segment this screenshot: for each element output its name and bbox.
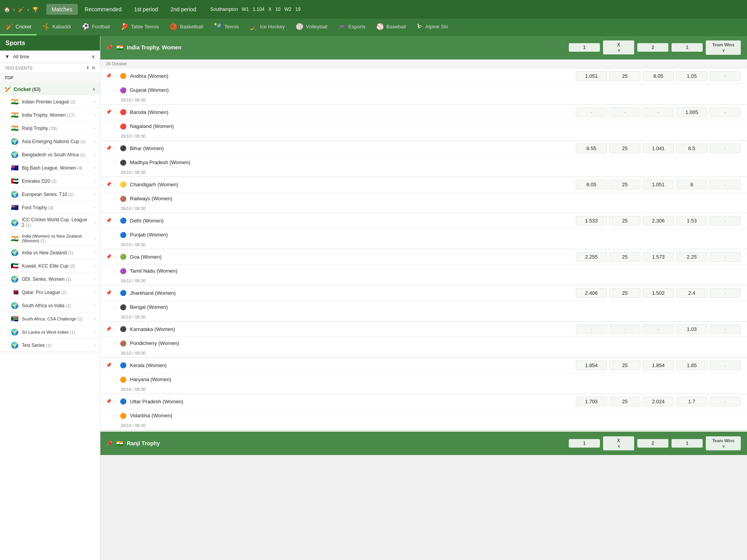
pin-jharkhand[interactable]: 📌 <box>106 290 113 296</box>
star-karnataka[interactable]: ☆ <box>113 326 120 332</box>
sidebar-filter[interactable]: ▼ All time ∨ <box>0 51 100 63</box>
sidebar-item-india-nz[interactable]: 🌍 India vs New Zealand (1) › <box>0 246 100 259</box>
cricket-section-header[interactable]: 🏏 Cricket (63) ∧ <box>0 83 100 95</box>
star-baroda[interactable]: ☆ <box>113 109 120 115</box>
jharkhand-odds-4[interactable]: 2.4 <box>676 288 707 298</box>
pin-andhra[interactable]: 📌 <box>106 73 113 79</box>
star-gujarat[interactable]: ☆ <box>113 88 120 93</box>
sport-tab-tennis[interactable]: 🎾 Tennis <box>209 19 244 35</box>
star-andhra[interactable]: ☆ <box>113 73 120 79</box>
up-odds-3[interactable]: 2.024 <box>643 397 674 406</box>
tab-2nd-period[interactable]: 2nd period <box>165 4 202 15</box>
jharkhand-odds-5[interactable]: - <box>710 288 741 298</box>
trophy-icon[interactable]: 🏆 <box>32 7 39 12</box>
pin-bihar[interactable]: 📌 <box>106 145 113 151</box>
star-railways[interactable]: ☆ <box>113 196 120 201</box>
baroda-odds-5[interactable]: - <box>710 107 741 117</box>
chandigarh-odds-5[interactable]: - <box>710 180 741 189</box>
baroda-odds-3[interactable]: - <box>643 107 674 117</box>
goa-odds-3[interactable]: 1.573 <box>643 252 674 262</box>
sport-tab-table-tennis[interactable]: 🏓 Table Tennis <box>115 19 164 35</box>
pin-goa[interactable]: 📌 <box>106 254 113 259</box>
sport-tab-volleyball[interactable]: 🏐 Volleyball <box>290 19 333 35</box>
sidebar-item-india-women-nz[interactable]: 🇮🇳 India (Women) vs New Zealand (Women) … <box>0 231 100 246</box>
star-tn[interactable]: ☆ <box>113 268 120 274</box>
pin-chandigarh[interactable]: 📌 <box>106 182 113 187</box>
kerala-odds-3[interactable]: 1.854 <box>643 360 674 370</box>
sidebar-item-icc-world-cup[interactable]: 🌍 ICC Cricket World Cup. League 2 (1) › <box>0 214 100 231</box>
sidebar-item-ipl[interactable]: 🇮🇳 Indian Premier League (2) › <box>0 95 100 108</box>
karnataka-odds-3[interactable]: - <box>643 324 674 334</box>
star-bihar[interactable]: ☆ <box>113 145 120 151</box>
star-jharkhand[interactable]: ☆ <box>113 290 120 296</box>
delhi-odds-3[interactable]: 2.306 <box>643 216 674 226</box>
star-bengal[interactable]: ☆ <box>113 304 120 310</box>
kerala-odds-5[interactable]: - <box>710 360 741 370</box>
pin-delhi[interactable]: 📌 <box>106 218 113 223</box>
bihar-odds-4[interactable]: 8.5 <box>676 144 707 153</box>
sidebar-item-asia-emerging[interactable]: 🌍 Asia Emerging Nations Cup (1) › <box>0 135 100 148</box>
jharkhand-odds-3[interactable]: 1.502 <box>643 288 674 298</box>
star-up[interactable]: ☆ <box>113 399 120 404</box>
sidebar-item-bangladesh-sa[interactable]: 🌍 Bangladesh vs South Africa (1) › <box>0 148 100 161</box>
andhra-odds-2[interactable]: 25 <box>609 71 640 81</box>
sport-tab-ice-hockey[interactable]: 🏒 Ice Hockey <box>244 19 290 35</box>
pin-kerala[interactable]: 📌 <box>106 362 113 368</box>
chandigarh-odds-2[interactable]: 25 <box>609 180 640 189</box>
pin-karnataka[interactable]: 📌 <box>106 326 113 332</box>
kerala-odds-1[interactable]: 1.854 <box>576 360 607 370</box>
sidebar-item-european[interactable]: 🌍 European Series. T10 (1) › <box>0 188 100 201</box>
delhi-odds-4[interactable]: 1.53 <box>676 216 707 226</box>
jharkhand-odds-2[interactable]: 25 <box>609 288 640 298</box>
kerala-odds-2[interactable]: 25 <box>609 360 640 370</box>
sidebar-item-sa-csa[interactable]: 🇿🇦 South Africa. CSA Challenge (1) › <box>0 312 100 326</box>
pin-up[interactable]: 📌 <box>106 399 113 404</box>
star-vidarbha[interactable]: ☆ <box>113 413 120 418</box>
sport-tab-kabaddi[interactable]: 🤸 Kabaddi <box>37 19 76 35</box>
up-odds-5[interactable]: - <box>710 397 741 406</box>
tab-recommended[interactable]: Recommended <box>79 4 127 15</box>
star-haryana[interactable]: ☆ <box>113 377 120 382</box>
sidebar-item-kuwait[interactable]: 🇰🇼 Kuwait. KCC Elite Cup (2) › <box>0 259 100 273</box>
home-icon[interactable]: 🏠 <box>4 7 10 12</box>
tab-1st-period[interactable]: 1st period <box>129 4 163 15</box>
star-nagaland[interactable]: ☆ <box>113 124 120 129</box>
sport-tab-alpine-ski[interactable]: ⛷ Alpine Ski <box>411 19 453 35</box>
up-odds-1[interactable]: 1.703 <box>576 397 607 406</box>
sport-tab-baseball[interactable]: ⚾ Baseball <box>371 19 411 35</box>
up-odds-4[interactable]: 1.7 <box>676 397 707 406</box>
karnataka-odds-2[interactable]: - <box>609 324 640 334</box>
sport-tab-cricket[interactable]: 🏏 Cricket <box>0 19 37 35</box>
sport-tab-basketball[interactable]: 🏀 Basketball <box>164 19 209 35</box>
sort-icon[interactable]: ⬆ <box>86 65 89 70</box>
sidebar-item-ford-trophy[interactable]: 🇳🇿 Ford Trophy (3) › <box>0 201 100 214</box>
goa-odds-5[interactable]: - <box>710 252 741 262</box>
baroda-odds-2[interactable]: - <box>609 107 640 117</box>
bihar-odds-3[interactable]: 1.041 <box>643 144 674 153</box>
sidebar-item-emirates[interactable]: 🇦🇪 Emirates D20 (2) › <box>0 175 100 188</box>
chandigarh-odds-3[interactable]: 1.051 <box>643 180 674 189</box>
up-odds-2[interactable]: 25 <box>609 397 640 406</box>
sidebar-item-big-bash[interactable]: 🇦🇺 Big Bash League. Women (4) › <box>0 161 100 175</box>
chandigarh-odds-4[interactable]: 8 <box>676 180 707 189</box>
karnataka-odds-1[interactable]: - <box>576 324 607 334</box>
bihar-odds-2[interactable]: 25 <box>609 144 640 153</box>
goa-odds-1[interactable]: 2.255 <box>576 252 607 262</box>
sidebar-item-qatar[interactable]: 🇶🇦 Qatar. Pro League (2) › <box>0 286 100 299</box>
star-punjab[interactable]: ☆ <box>113 232 120 238</box>
bihar-odds-5[interactable]: - <box>710 144 741 153</box>
karnataka-odds-5[interactable]: - <box>710 324 741 334</box>
sidebar-item-india-trophy[interactable]: 🇮🇳 India Trophy. Women (17) › <box>0 108 100 122</box>
sidebar-item-ranji[interactable]: 🇮🇳 Ranji Trophy (19) › <box>0 122 100 135</box>
delhi-odds-2[interactable]: 25 <box>609 216 640 226</box>
goa-odds-2[interactable]: 25 <box>609 252 640 262</box>
baroda-odds-4[interactable]: 1.005 <box>676 107 707 117</box>
grid-icon[interactable]: ⊞ <box>92 65 95 70</box>
sport-tab-football[interactable]: ⚽ Football <box>76 19 115 35</box>
sidebar-item-sa-india[interactable]: 🌍 South Africa vs India (1) › <box>0 299 100 312</box>
delhi-odds-1[interactable]: 1.533 <box>576 216 607 226</box>
kerala-odds-4[interactable]: 1.85 <box>676 360 707 370</box>
pin-baroda[interactable]: 📌 <box>106 109 113 115</box>
karnataka-odds-4[interactable]: 1.03 <box>676 324 707 334</box>
sidebar-item-sl-wi[interactable]: 🌍 Sri Lanka vs West Indies (1) › <box>0 326 100 339</box>
